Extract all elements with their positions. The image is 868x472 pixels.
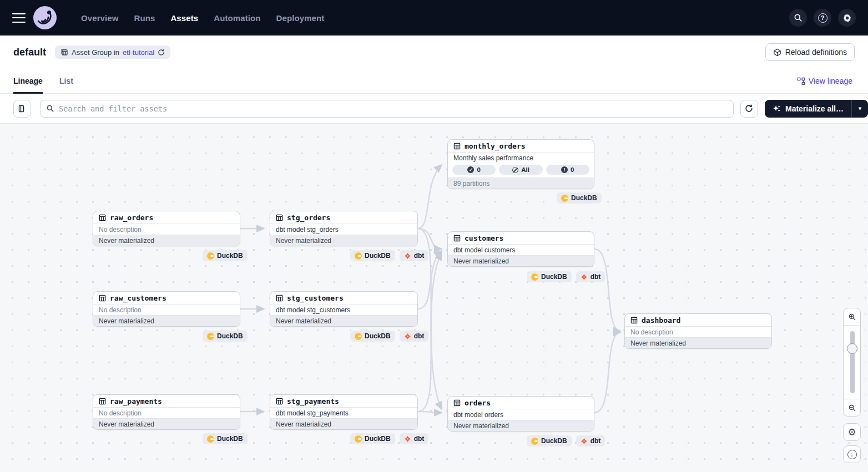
slash-circle-icon [512,167,518,173]
primary-nav: Overview Runs Assets Automation Deployme… [81,13,324,23]
duckdb-icon [207,252,214,260]
search-icon[interactable] [789,9,807,27]
edge-orders-dashboard [594,332,620,413]
tab-list[interactable]: List [59,69,73,93]
materialize-options-caret[interactable]: ▾ [851,100,868,118]
logo-eye [47,11,51,14]
hamburger-menu-icon[interactable] [12,13,26,23]
asset-node-raw_orders[interactable]: raw_orders No description Never material… [93,211,240,246]
kind-badge-duckdb[interactable]: DuckDB [350,250,395,261]
asset-node-monthly_orders[interactable]: monthly_orders Monthly sales performance… [447,139,594,189]
duckdb-icon [561,195,568,202]
asset-partitions: 89 partitions [448,177,594,189]
kind-badge-duckdb[interactable]: DuckDB [203,250,248,261]
asset-title: monthly_orders [465,142,526,150]
kind-badge-duckdb[interactable]: DuckDB [527,435,572,446]
kind-badge-duckdb[interactable]: DuckDB [203,433,248,444]
lineage-canvas[interactable]: monthly_orders Monthly sales performance… [0,124,868,472]
dbt-icon [581,273,588,281]
kind-badge-duckdb[interactable]: DuckDB [350,331,395,342]
duckdb-icon [207,435,214,443]
check-circle-icon: ✓ [467,166,474,173]
table-icon [453,399,461,407]
warnings-pill[interactable]: ! 0 [546,165,589,175]
table-icon [99,295,106,302]
download-image-button[interactable]: ↓ [843,445,861,463]
zoom-control-panel [843,308,861,417]
kind-badge-dbt[interactable]: dbt [400,331,429,342]
asset-search-box [40,100,734,118]
graph-settings-button[interactable]: ⚙ [843,423,861,441]
asset-node-raw_customers[interactable]: raw_customers No description Never mater… [93,291,240,327]
zoom-slider-track[interactable] [850,331,855,393]
dagster-logo[interactable] [33,6,57,29]
asset-node-stg_payments[interactable]: stg_payments dbt model stg_payments Neve… [270,394,418,430]
kind-badge-dbt[interactable]: dbt [576,271,605,282]
settings-gear-icon[interactable] [838,9,856,27]
materialize-all-button[interactable]: Materialize all… [765,100,851,118]
page-title: default [13,47,46,58]
edge-stg_payments-orders [418,412,442,413]
asset-title: dashboard [642,316,680,324]
top-navigation-bar: Overview Runs Assets Automation Deployme… [0,0,868,35]
kind-badge-dbt[interactable]: dbt [400,250,429,261]
zoom-in-icon [848,313,856,321]
view-lineage-label: View lineage [809,77,852,85]
asset-title: orders [465,399,491,407]
nav-deployment[interactable]: Deployment [276,13,325,23]
edge-stg_orders-customers [418,229,442,249]
tab-lineage[interactable]: Lineage [13,69,43,93]
asset-status: Never materialized [270,418,417,429]
nav-assets[interactable]: Assets [170,13,198,23]
lineage-graph-icon [797,77,805,85]
asset-node-orders[interactable]: orders dbt model orders Never materializ… [447,396,594,432]
view-lineage-link[interactable]: View lineage [797,77,852,85]
kind-badge-duckdb[interactable]: DuckDB [350,433,395,444]
sync-status-icon[interactable] [158,49,165,56]
kind-badge-dbt[interactable]: dbt [576,435,605,446]
asset-node-raw_payments[interactable]: raw_payments No description Never materi… [93,394,240,430]
search-icon [46,104,54,113]
asset-node-stg_orders[interactable]: stg_orders dbt model stg_orders Never ma… [270,211,418,246]
sidebar-toggle-button[interactable] [13,100,31,118]
materialize-all-split-button: Materialize all… ▾ [765,100,868,118]
asset-node-dashboard[interactable]: dashboard No description Never materiali… [624,313,772,349]
asset-status: Never materialized [625,337,771,348]
edge-customers-dashboard [594,249,620,331]
checks-pill[interactable]: ✓ 0 [452,165,496,175]
duckdb-icon [531,273,538,281]
nav-runs[interactable]: Runs [134,13,155,23]
zoom-out-button[interactable] [844,399,860,416]
kind-badge-duckdb[interactable]: DuckDB [527,271,572,282]
asset-status: Never materialized [270,235,417,246]
kind-badge-duckdb[interactable]: DuckDB [557,192,602,204]
asset-node-stg_customers[interactable]: stg_customers dbt model stg_customers Ne… [270,291,418,327]
asset-title: stg_orders [287,214,330,222]
reload-definitions-button[interactable]: Reload definitions [765,43,855,61]
zoom-slider-thumb[interactable] [847,343,857,354]
kind-badge-duckdb[interactable]: DuckDB [203,331,248,342]
zoom-slider[interactable] [844,325,860,399]
duckdb-icon [355,435,362,443]
asset-node-customers[interactable]: customers dbt model customers Never mate… [447,231,594,267]
code-location-link[interactable]: etl-tutorial [123,48,154,57]
search-input[interactable] [59,104,728,113]
materialize-all-label: Materialize all… [785,104,844,113]
dbt-icon [404,333,411,340]
page-header: default Asset Group in etl-tutorial Relo… [0,35,868,69]
nav-automation[interactable]: Automation [214,13,260,23]
kind-badge-dbt[interactable]: dbt [400,433,429,444]
table-icon [276,398,283,405]
asset-description: No description [93,304,240,315]
duckdb-icon [207,333,214,340]
zoom-in-button[interactable] [844,308,860,325]
nav-overview[interactable]: Overview [81,13,119,23]
table-icon [99,398,106,405]
help-icon[interactable]: ? [814,9,831,27]
asset-status: Never materialized [93,235,240,246]
asset-status: Never materialized [448,255,594,266]
refresh-button[interactable] [740,100,758,118]
asset-title: raw_payments [110,397,162,405]
freshness-pill[interactable]: All [499,165,542,175]
asset-status: Never materialized [448,420,594,431]
